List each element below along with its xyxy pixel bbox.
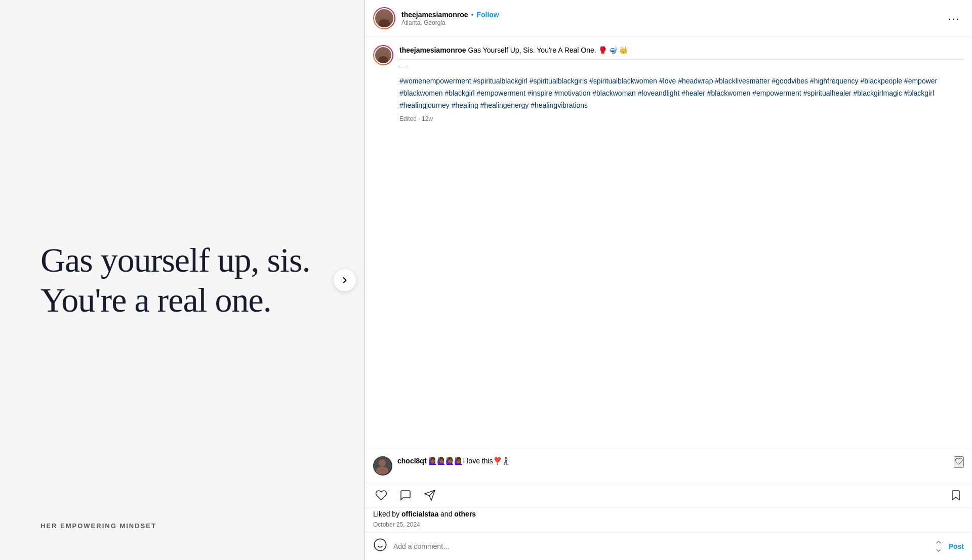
likes-others[interactable]: others [454, 510, 476, 518]
comment-text: chocl8qt 🙋🏾‍♀️🙋🏾‍♀️🙋🏾‍♀️🙋🏾‍♀️I love this… [397, 456, 949, 466]
next-slide-button[interactable] [334, 269, 356, 291]
comment-icon [399, 489, 412, 501]
comment-like-button[interactable] [954, 456, 964, 468]
likes-row: Liked by officialstaa and others [365, 508, 972, 520]
likes-prefix: Liked by [373, 510, 401, 518]
header-location: Atlanta, Georgia [401, 19, 944, 26]
post-main-text: Gas yourself up, sis. You're a real one. [40, 240, 310, 319]
caption-text: theejamesiamonroe Gas Yourself Up, Sis. … [399, 45, 964, 56]
caption-hashtags: #womenempowerment #spiritualblackgirl #s… [399, 75, 964, 111]
commenter-avatar[interactable] [373, 456, 392, 476]
comment-item: chocl8qt 🙋🏾‍♀️🙋🏾‍♀️🙋🏾‍♀️🙋🏾‍♀️I love this… [373, 453, 964, 479]
post-info-panel: theejamesiamonroe • Follow Atlanta, Geor… [364, 0, 972, 560]
follow-button[interactable]: Follow [476, 11, 499, 19]
svg-point-2 [374, 539, 386, 550]
like-button[interactable] [373, 487, 389, 503]
input-arrows[interactable] [935, 538, 943, 554]
comment-section: chocl8qt 🙋🏾‍♀️🙋🏾‍♀️🙋🏾‍♀️🙋🏾‍♀️I love this… [365, 449, 972, 483]
comment-username[interactable]: chocl8qt [397, 457, 427, 465]
post-header: theejamesiamonroe • Follow Atlanta, Geor… [365, 0, 972, 37]
more-options-button[interactable]: ··· [944, 11, 964, 26]
caption-username[interactable]: theejamesiamonroe [399, 46, 466, 54]
caption-divider [399, 60, 964, 60]
action-buttons [373, 487, 964, 503]
comment-body: chocl8qt 🙋🏾‍♀️🙋🏾‍♀️🙋🏾‍♀️🙋🏾‍♀️I love this… [397, 456, 949, 466]
header-username-row: theejamesiamonroe • Follow [401, 11, 944, 19]
save-button[interactable] [948, 487, 964, 503]
emoji-button[interactable] [373, 538, 387, 555]
comment-button[interactable] [397, 487, 414, 503]
send-icon [424, 489, 436, 501]
post-date: October 25, 2024 [365, 520, 972, 532]
heart-outline-icon [955, 457, 963, 465]
post-image-panel: Gas yourself up, sis. You're a real one.… [0, 0, 364, 560]
caption-row: theejamesiamonroe Gas Yourself Up, Sis. … [373, 45, 964, 122]
share-button[interactable] [422, 487, 438, 503]
caption-area: theejamesiamonroe Gas Yourself Up, Sis. … [365, 37, 972, 449]
heart-icon [375, 489, 387, 501]
caption-dash: — [399, 62, 964, 70]
header-username[interactable]: theejamesiamonroe [401, 11, 468, 19]
caption-content: theejamesiamonroe Gas Yourself Up, Sis. … [399, 45, 964, 122]
comment-input[interactable] [393, 542, 928, 550]
edited-time: Edited · 12w [399, 115, 964, 122]
caption-avatar[interactable] [373, 45, 393, 65]
header-info: theejamesiamonroe • Follow Atlanta, Geor… [401, 11, 944, 26]
caption-body: Gas Yourself Up, Sis. You're A Real One.… [466, 46, 628, 54]
chevron-right-icon [340, 275, 350, 285]
likes-and: and [438, 510, 454, 518]
bookmark-icon [950, 489, 962, 501]
emoji-icon [373, 538, 387, 552]
comment-message: 🙋🏾‍♀️🙋🏾‍♀️🙋🏾‍♀️🙋🏾‍♀️I love this❣️🧎🏾‍♀️ [427, 457, 510, 465]
header-dot: • [471, 11, 474, 19]
post-comment-button[interactable]: Post [949, 542, 964, 550]
post-brand-text: HER EMPOWERING MINDSET [40, 522, 156, 530]
add-comment-row: Post [365, 532, 972, 560]
post-image-content: Gas yourself up, sis. You're a real one. [0, 0, 364, 560]
profile-avatar-header[interactable] [373, 7, 395, 29]
likes-user[interactable]: officialstaa [401, 510, 438, 518]
action-bar [365, 483, 972, 508]
